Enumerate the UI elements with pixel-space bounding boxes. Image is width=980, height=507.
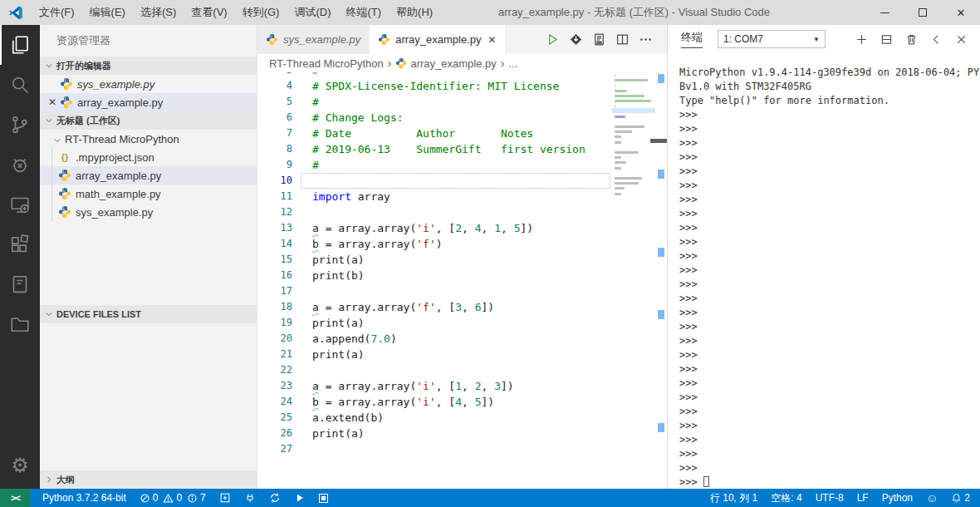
encoding-setting[interactable]: UTF-8 bbox=[809, 489, 850, 507]
terminal-selector[interactable]: 1: COM7 ▼ bbox=[718, 30, 826, 48]
menu-调试[interactable]: 调试(D) bbox=[287, 0, 338, 25]
line-text: # bbox=[292, 157, 319, 173]
minimize-button[interactable] bbox=[865, 0, 904, 25]
tab-array_example.py[interactable]: array_example.py✕ bbox=[370, 25, 505, 54]
connect-device-button[interactable] bbox=[238, 489, 262, 507]
new-terminal-button[interactable] bbox=[849, 25, 874, 53]
open-editor-item-array_example.py[interactable]: ✕array_example.py bbox=[40, 93, 257, 111]
collapse-panel-button[interactable] bbox=[924, 25, 948, 53]
python-interpreter[interactable]: Python 3.7.2 64-bit bbox=[36, 489, 133, 507]
feedback-smiley-icon[interactable]: ☺ bbox=[919, 489, 944, 507]
code-line-24[interactable]: 24b = array.array('i', [4, 5]) bbox=[257, 394, 612, 410]
download-to-device-button[interactable] bbox=[564, 25, 587, 54]
indentation-setting[interactable]: 空格: 4 bbox=[764, 489, 808, 507]
terminal-output[interactable]: MicroPython v1.9.4-114-g309fe39d on 2018… bbox=[668, 62, 980, 489]
maximize-button[interactable] bbox=[904, 0, 942, 25]
activity-bar-notebook[interactable] bbox=[0, 264, 40, 304]
breadcrumb-root[interactable]: RT-Thread MicroPython bbox=[269, 57, 384, 70]
tree-file-array_example.py[interactable]: array_example.py bbox=[40, 166, 257, 185]
code-line-27[interactable]: 27 bbox=[257, 441, 612, 457]
breadcrumb[interactable]: RT-Thread MicroPython › array_example.py… bbox=[257, 54, 667, 72]
activity-bar-source-control[interactable] bbox=[0, 105, 40, 145]
code-line-13[interactable]: 13a = array.array('i', [2, 4, 1, 5]) bbox=[257, 220, 612, 236]
breadcrumb-file[interactable]: array_example.py bbox=[410, 57, 496, 70]
close-window-button[interactable]: ✕ bbox=[942, 0, 980, 25]
run-on-device-button[interactable] bbox=[587, 25, 610, 54]
code-line-16[interactable]: 16print(b) bbox=[257, 268, 612, 283]
code-line-11[interactable]: 11import array bbox=[257, 189, 612, 204]
remote-indicator[interactable]: >< bbox=[0, 489, 31, 507]
code-line-3[interactable]: 3# bbox=[257, 72, 612, 78]
code-line-26[interactable]: 26print(a) bbox=[257, 426, 612, 441]
activity-bar-search[interactable] bbox=[0, 65, 40, 105]
eol-setting[interactable]: LF bbox=[850, 489, 875, 507]
add-file-to-device-button[interactable] bbox=[213, 489, 238, 507]
open-editors-header[interactable]: 打开的编辑器 bbox=[40, 57, 257, 75]
close-panel-button[interactable] bbox=[948, 25, 973, 53]
activity-bar-folder-view[interactable] bbox=[0, 304, 40, 344]
terminal-tab[interactable]: 终端 bbox=[681, 30, 703, 48]
tab-sys_example.py[interactable]: sys_example.py bbox=[257, 25, 370, 54]
overview-ruler[interactable] bbox=[655, 72, 667, 489]
code-line-17[interactable]: 17 bbox=[257, 283, 612, 299]
code-line-5[interactable]: 5# bbox=[257, 94, 612, 110]
activity-bar-device-controller[interactable] bbox=[0, 185, 40, 224]
menu-选择[interactable]: 选择(S) bbox=[133, 0, 184, 25]
menu-转到[interactable]: 转到(G) bbox=[235, 0, 287, 25]
device-files-header[interactable]: DEVICE FILES LIST bbox=[40, 305, 257, 323]
code-line-18[interactable]: 18a = array.array('f', [3, 6]) bbox=[257, 299, 612, 315]
code-line-23[interactable]: 23a = array.array('i', [1, 2, 3]) bbox=[257, 378, 612, 394]
tree-file-.mpyproject.json[interactable]: {}.mpyproject.json bbox=[40, 148, 257, 166]
notifications-bell[interactable]: 2 bbox=[944, 489, 980, 507]
line-number: 22 bbox=[257, 362, 292, 378]
language-mode[interactable]: Python bbox=[875, 489, 919, 507]
run-file-button[interactable] bbox=[541, 25, 564, 54]
split-editor-button[interactable] bbox=[610, 25, 634, 54]
code-line-25[interactable]: 25a.extend(b) bbox=[257, 410, 612, 426]
stop-button[interactable] bbox=[312, 489, 335, 507]
terminal-prompt-line: >>> bbox=[679, 122, 980, 136]
more-actions-button[interactable] bbox=[634, 25, 657, 54]
code-line-6[interactable]: 6# Change Logs: bbox=[257, 110, 612, 126]
code-line-19[interactable]: 19print(a) bbox=[257, 315, 612, 331]
menu-帮助[interactable]: 帮助(H) bbox=[389, 0, 440, 25]
problems-indicator[interactable]: 0 0 7 bbox=[133, 489, 213, 507]
menu-查看[interactable]: 查看(V) bbox=[184, 0, 234, 25]
menu-编辑[interactable]: 编辑(E) bbox=[82, 0, 133, 25]
tree-folder-rt-thread[interactable]: RT-Thread MicroPython bbox=[40, 130, 257, 148]
activity-bar-explorer[interactable] bbox=[0, 25, 40, 65]
code-line-20[interactable]: 20a.append(7.0) bbox=[257, 331, 612, 347]
manage-gear-button[interactable]: ⚙ bbox=[0, 447, 40, 484]
maximize-icon bbox=[919, 8, 927, 17]
cursor-position[interactable]: 行 10, 列 1 bbox=[703, 489, 764, 507]
breadcrumb-symbol[interactable]: ... bbox=[508, 57, 517, 70]
code-line-4[interactable]: 4# SPDX-License-Identifier: MIT License bbox=[257, 78, 612, 94]
tree-file-sys_example.py[interactable]: sys_example.py bbox=[40, 203, 257, 221]
kill-terminal-button[interactable] bbox=[899, 25, 924, 53]
split-terminal-button[interactable] bbox=[874, 25, 899, 53]
code-line-14[interactable]: 14b = array.array('f') bbox=[257, 236, 612, 252]
code-line-22[interactable]: 22 bbox=[257, 362, 612, 378]
workspace-header[interactable]: 无标题 (工作区) bbox=[40, 111, 257, 130]
code-line-21[interactable]: 21print(a) bbox=[257, 347, 612, 362]
code-line-15[interactable]: 15print(a) bbox=[257, 252, 612, 268]
code-line-8[interactable]: 8# 2019-06-13 SummerGift first version bbox=[257, 141, 612, 157]
code-line-12[interactable]: 12 bbox=[257, 204, 612, 220]
code-line-9[interactable]: 9# bbox=[257, 157, 612, 173]
close-tab-icon[interactable]: ✕ bbox=[488, 34, 497, 46]
tree-file-math_example.py[interactable]: math_example.py bbox=[40, 185, 257, 203]
sync-button[interactable] bbox=[262, 489, 287, 507]
activity-bar-extensions[interactable] bbox=[0, 224, 40, 264]
run-button[interactable] bbox=[287, 489, 312, 507]
code-line-10[interactable]: 10 bbox=[257, 173, 612, 189]
minimap[interactable] bbox=[612, 72, 655, 489]
code-editor[interactable]: 3#4# SPDX-License-Identifier: MIT Licens… bbox=[257, 72, 667, 489]
open-editor-item-sys_example.py[interactable]: sys_example.py bbox=[40, 75, 257, 93]
menu-文件[interactable]: 文件(F) bbox=[32, 0, 82, 25]
close-editor-icon[interactable]: ✕ bbox=[46, 96, 59, 108]
code-line-7[interactable]: 7# Date Author Notes bbox=[257, 126, 612, 141]
menu-终端[interactable]: 终端(T) bbox=[338, 0, 389, 25]
line-number: 7 bbox=[257, 126, 292, 141]
activity-bar-debug[interactable] bbox=[0, 145, 40, 185]
outline-header[interactable]: 大纲 bbox=[40, 470, 257, 489]
